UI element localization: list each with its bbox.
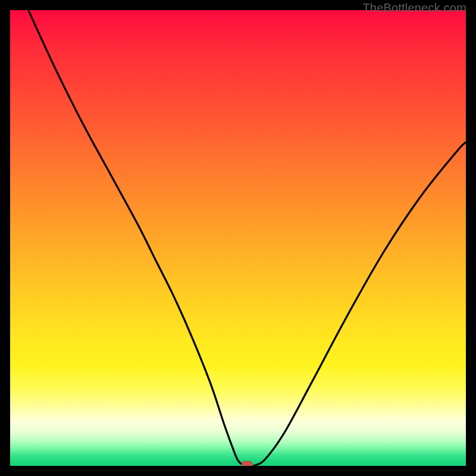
plot-area	[10, 10, 466, 466]
bottleneck-curve-path	[29, 10, 466, 466]
bottleneck-curve-svg	[10, 10, 466, 466]
chart-frame: TheBottleneck.com	[0, 0, 476, 476]
watermark-text: TheBottleneck.com	[362, 1, 466, 15]
optimal-point-marker	[242, 461, 252, 466]
